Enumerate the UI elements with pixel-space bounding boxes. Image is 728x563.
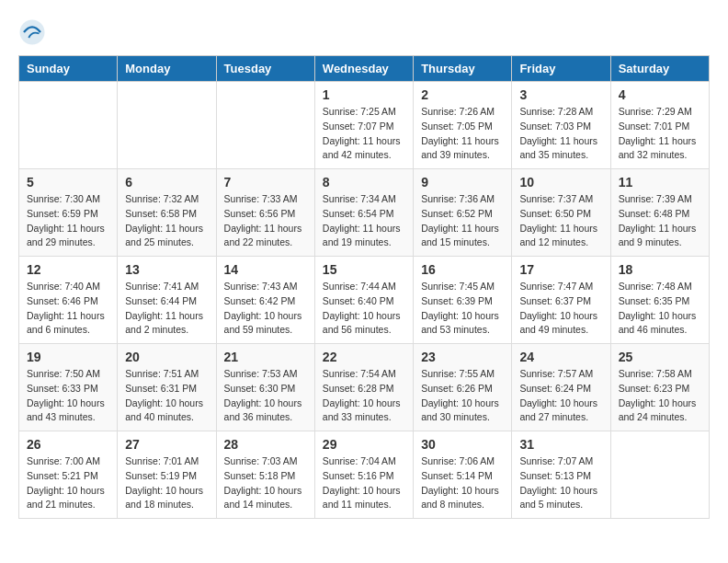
day-number: 18 [619, 262, 701, 277]
day-info: Sunrise: 7:03 AM Sunset: 5:18 PM Dayligh… [224, 454, 307, 512]
day-number: 17 [519, 262, 602, 277]
day-info: Sunrise: 7:04 AM Sunset: 5:16 PM Dayligh… [323, 454, 405, 512]
day-info: Sunrise: 7:50 AM Sunset: 6:33 PM Dayligh… [27, 367, 109, 425]
day-number: 26 [27, 437, 109, 452]
day-number: 29 [323, 437, 405, 452]
day-number: 9 [421, 175, 504, 190]
day-info: Sunrise: 7:33 AM Sunset: 6:56 PM Dayligh… [224, 192, 307, 250]
day-info: Sunrise: 7:48 AM Sunset: 6:35 PM Dayligh… [619, 280, 701, 338]
day-info: Sunrise: 7:54 AM Sunset: 6:28 PM Dayligh… [323, 367, 405, 425]
calendar-cell: 28Sunrise: 7:03 AM Sunset: 5:18 PM Dayli… [216, 431, 314, 519]
day-number: 31 [519, 437, 602, 452]
day-number: 15 [323, 262, 405, 277]
calendar-cell: 8Sunrise: 7:34 AM Sunset: 6:54 PM Daylig… [314, 169, 413, 257]
day-info: Sunrise: 7:07 AM Sunset: 5:13 PM Dayligh… [519, 454, 602, 512]
day-info: Sunrise: 7:44 AM Sunset: 6:40 PM Dayligh… [323, 280, 405, 338]
day-number: 1 [323, 87, 405, 102]
day-info: Sunrise: 7:45 AM Sunset: 6:39 PM Dayligh… [421, 280, 504, 338]
calendar-week-row: 1Sunrise: 7:25 AM Sunset: 7:07 PM Daylig… [19, 82, 710, 169]
day-number: 10 [519, 175, 602, 190]
day-info: Sunrise: 7:58 AM Sunset: 6:23 PM Dayligh… [619, 367, 701, 425]
calendar-cell: 3Sunrise: 7:28 AM Sunset: 7:03 PM Daylig… [512, 82, 610, 169]
day-info: Sunrise: 7:34 AM Sunset: 6:54 PM Dayligh… [323, 192, 405, 250]
day-number: 25 [619, 350, 701, 364]
day-info: Sunrise: 7:00 AM Sunset: 5:21 PM Dayligh… [27, 454, 109, 512]
day-number: 2 [421, 87, 504, 102]
day-info: Sunrise: 7:26 AM Sunset: 7:05 PM Dayligh… [421, 105, 504, 163]
day-info: Sunrise: 7:01 AM Sunset: 5:19 PM Dayligh… [125, 454, 208, 512]
day-number: 22 [323, 350, 405, 364]
logo [18, 18, 51, 46]
day-number: 13 [125, 262, 208, 277]
day-info: Sunrise: 7:28 AM Sunset: 7:03 PM Dayligh… [519, 105, 602, 163]
calendar-cell: 22Sunrise: 7:54 AM Sunset: 6:28 PM Dayli… [314, 344, 413, 431]
calendar-cell: 16Sunrise: 7:45 AM Sunset: 6:39 PM Dayli… [414, 257, 512, 344]
calendar-cell [19, 82, 118, 169]
day-info: Sunrise: 7:43 AM Sunset: 6:42 PM Dayligh… [224, 280, 307, 338]
calendar-cell: 24Sunrise: 7:57 AM Sunset: 6:24 PM Dayli… [512, 344, 610, 431]
calendar-cell: 23Sunrise: 7:55 AM Sunset: 6:26 PM Dayli… [414, 344, 512, 431]
calendar-header-row: SundayMondayTuesdayWednesdayThursdayFrid… [19, 56, 710, 82]
day-number: 27 [125, 437, 208, 452]
calendar-cell [118, 82, 216, 169]
weekday-header-thursday: Thursday [414, 56, 512, 82]
weekday-header-monday: Monday [118, 56, 216, 82]
day-number: 30 [421, 437, 504, 452]
calendar-cell: 21Sunrise: 7:53 AM Sunset: 6:30 PM Dayli… [216, 344, 314, 431]
day-number: 11 [619, 175, 701, 190]
day-number: 5 [27, 175, 109, 190]
day-info: Sunrise: 7:55 AM Sunset: 6:26 PM Dayligh… [421, 367, 504, 425]
calendar-cell: 27Sunrise: 7:01 AM Sunset: 5:19 PM Dayli… [118, 431, 216, 519]
calendar-week-row: 26Sunrise: 7:00 AM Sunset: 5:21 PM Dayli… [19, 431, 710, 519]
day-number: 12 [27, 262, 109, 277]
calendar-cell: 12Sunrise: 7:40 AM Sunset: 6:46 PM Dayli… [19, 257, 118, 344]
calendar-cell: 7Sunrise: 7:33 AM Sunset: 6:56 PM Daylig… [216, 169, 314, 257]
calendar-week-row: 5Sunrise: 7:30 AM Sunset: 6:59 PM Daylig… [19, 169, 710, 257]
calendar-cell: 15Sunrise: 7:44 AM Sunset: 6:40 PM Dayli… [314, 257, 413, 344]
calendar-cell: 30Sunrise: 7:06 AM Sunset: 5:14 PM Dayli… [414, 431, 512, 519]
day-number: 21 [224, 350, 307, 364]
day-number: 4 [619, 87, 701, 102]
day-info: Sunrise: 7:29 AM Sunset: 7:01 PM Dayligh… [619, 105, 701, 163]
calendar-cell: 18Sunrise: 7:48 AM Sunset: 6:35 PM Dayli… [610, 257, 709, 344]
day-info: Sunrise: 7:06 AM Sunset: 5:14 PM Dayligh… [421, 454, 504, 512]
calendar-cell: 10Sunrise: 7:37 AM Sunset: 6:50 PM Dayli… [512, 169, 610, 257]
calendar-cell: 14Sunrise: 7:43 AM Sunset: 6:42 PM Dayli… [216, 257, 314, 344]
day-info: Sunrise: 7:32 AM Sunset: 6:58 PM Dayligh… [125, 192, 208, 250]
calendar-cell: 11Sunrise: 7:39 AM Sunset: 6:48 PM Dayli… [610, 169, 709, 257]
calendar-cell: 9Sunrise: 7:36 AM Sunset: 6:52 PM Daylig… [414, 169, 512, 257]
logo-icon [18, 18, 46, 46]
svg-point-0 [20, 20, 45, 45]
calendar-table: SundayMondayTuesdayWednesdayThursdayFrid… [18, 55, 710, 519]
day-info: Sunrise: 7:51 AM Sunset: 6:31 PM Dayligh… [125, 367, 208, 425]
calendar-cell: 31Sunrise: 7:07 AM Sunset: 5:13 PM Dayli… [512, 431, 610, 519]
day-info: Sunrise: 7:47 AM Sunset: 6:37 PM Dayligh… [519, 280, 602, 338]
calendar-cell: 25Sunrise: 7:58 AM Sunset: 6:23 PM Dayli… [610, 344, 709, 431]
day-info: Sunrise: 7:30 AM Sunset: 6:59 PM Dayligh… [27, 192, 109, 250]
day-info: Sunrise: 7:41 AM Sunset: 6:44 PM Dayligh… [125, 280, 208, 338]
calendar-cell [216, 82, 314, 169]
calendar-cell: 4Sunrise: 7:29 AM Sunset: 7:01 PM Daylig… [610, 82, 709, 169]
calendar-cell: 2Sunrise: 7:26 AM Sunset: 7:05 PM Daylig… [414, 82, 512, 169]
day-info: Sunrise: 7:36 AM Sunset: 6:52 PM Dayligh… [421, 192, 504, 250]
day-number: 28 [224, 437, 307, 452]
day-info: Sunrise: 7:39 AM Sunset: 6:48 PM Dayligh… [619, 192, 701, 250]
calendar-cell: 5Sunrise: 7:30 AM Sunset: 6:59 PM Daylig… [19, 169, 118, 257]
day-number: 24 [519, 350, 602, 364]
day-number: 7 [224, 175, 307, 190]
calendar-week-row: 19Sunrise: 7:50 AM Sunset: 6:33 PM Dayli… [19, 344, 710, 431]
calendar-cell: 13Sunrise: 7:41 AM Sunset: 6:44 PM Dayli… [118, 257, 216, 344]
day-number: 23 [421, 350, 504, 364]
calendar-cell: 6Sunrise: 7:32 AM Sunset: 6:58 PM Daylig… [118, 169, 216, 257]
weekday-header-friday: Friday [512, 56, 610, 82]
weekday-header-wednesday: Wednesday [314, 56, 413, 82]
calendar-week-row: 12Sunrise: 7:40 AM Sunset: 6:46 PM Dayli… [19, 257, 710, 344]
day-info: Sunrise: 7:57 AM Sunset: 6:24 PM Dayligh… [519, 367, 602, 425]
day-info: Sunrise: 7:25 AM Sunset: 7:07 PM Dayligh… [323, 105, 405, 163]
weekday-header-saturday: Saturday [610, 56, 709, 82]
day-number: 8 [323, 175, 405, 190]
calendar-cell: 17Sunrise: 7:47 AM Sunset: 6:37 PM Dayli… [512, 257, 610, 344]
day-number: 3 [519, 87, 602, 102]
day-number: 6 [125, 175, 208, 190]
calendar-cell: 1Sunrise: 7:25 AM Sunset: 7:07 PM Daylig… [314, 82, 413, 169]
